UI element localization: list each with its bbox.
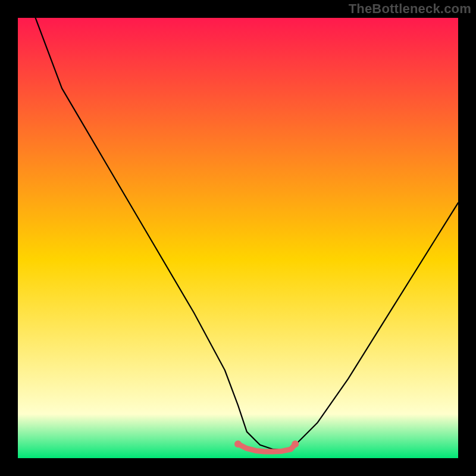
- chart-gradient-bg: [18, 18, 458, 458]
- optimal-range-end-dot: [292, 440, 299, 447]
- chart-svg: [0, 0, 476, 476]
- watermark-label: TheBottleneck.com: [349, 1, 471, 17]
- optimal-range-start-dot: [234, 440, 242, 447]
- chart-container: TheBottleneck.com: [0, 0, 476, 476]
